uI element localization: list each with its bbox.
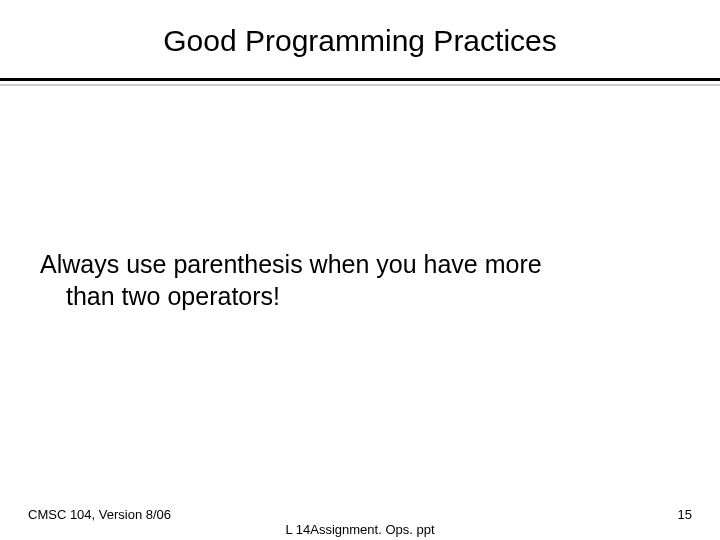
body-text: Always use parenthesis when you have mor…: [40, 248, 680, 312]
body-line-1: Always use parenthesis when you have mor…: [40, 250, 542, 278]
slide-title: Good Programming Practices: [0, 24, 720, 58]
divider-dark: [0, 78, 720, 81]
footer-course: CMSC 104, Version 8/06: [28, 507, 171, 522]
footer-filename: L 14Assignment. Ops. ppt: [0, 522, 720, 537]
body-line-2: than two operators!: [40, 280, 680, 312]
divider-light: [0, 84, 720, 86]
footer-page-number: 15: [678, 507, 692, 522]
slide: Good Programming Practices Always use pa…: [0, 0, 720, 540]
